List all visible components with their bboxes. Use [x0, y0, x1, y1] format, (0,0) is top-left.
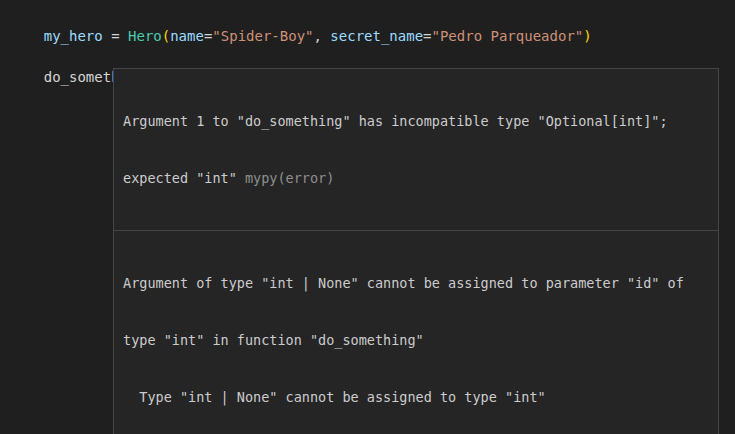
token-variable-my-hero: my_hero [44, 28, 103, 44]
token-class-hero: Hero [128, 28, 162, 44]
token-comma: , [314, 28, 331, 44]
code-line-1[interactable]: my_hero = Hero(name="Spider-Boy", secret… [10, 6, 592, 26]
token-equals: = [423, 28, 431, 44]
mypy-source-label: mypy(error) [245, 170, 334, 186]
token-kwarg-name: name [170, 28, 204, 44]
token-open-paren: ( [162, 28, 170, 44]
mypy-message-text: expected "int" [123, 170, 245, 186]
pylance-message-line-2: type "int" in function "do_something" [123, 331, 710, 350]
code-line-3[interactable]: do_something(my_hero.id) [10, 47, 246, 67]
token-assign-operator: = [103, 28, 128, 44]
hover-tooltip: Argument 1 to "do_something" has incompa… [113, 68, 719, 434]
token-string-spider-boy: "Spider-Boy" [212, 28, 313, 44]
code-editor[interactable]: my_hero = Hero(name="Spider-Boy", secret… [0, 0, 735, 434]
token-close-paren: ) [583, 28, 591, 44]
pylance-message-line-3: Type "int | None" cannot be assigned to … [123, 388, 710, 407]
mypy-message-line-2: expected "int" mypy(error) [123, 169, 710, 188]
diagnostic-mypy: Argument 1 to "do_something" has incompa… [114, 69, 718, 230]
pylance-message-line-1: Argument of type "int | None" cannot be … [123, 274, 710, 293]
diagnostic-pylance: Argument of type "int | None" cannot be … [114, 230, 718, 434]
mypy-message-line-1: Argument 1 to "do_something" has incompa… [123, 112, 710, 131]
token-kwarg-secret-name: secret_name [330, 28, 423, 44]
token-string-pedro: "Pedro Parqueador" [432, 28, 584, 44]
